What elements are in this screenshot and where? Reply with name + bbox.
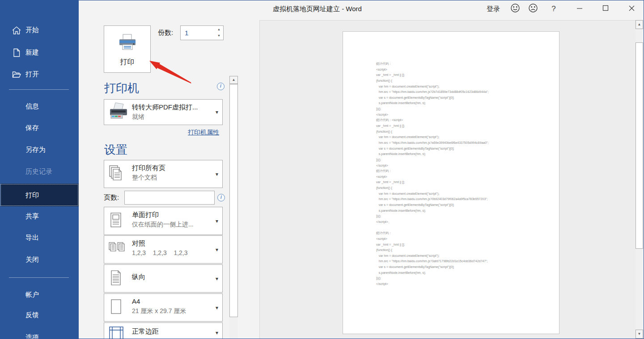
margins-dropdown[interactable]: 正常边距 ▾ [104, 322, 223, 339]
sidebar-item-save-as[interactable]: 另存为 [0, 142, 79, 158]
scrollbar-thumb[interactable] [636, 42, 643, 249]
close-button[interactable] [624, 3, 639, 15]
page-code: 统计代码：<script>var _hmt = _hmt || [];(func… [376, 61, 489, 287]
code-line: var s = document.getElementsByTagName("s… [376, 146, 489, 152]
code-line: <script> [376, 236, 489, 242]
collated-icon [108, 241, 126, 259]
scroll-down-button[interactable]: ▼ [636, 330, 643, 339]
code-line: var s = document.getElementsByTagName("s… [376, 202, 489, 208]
spin-up-button[interactable]: ▲ [215, 26, 223, 33]
dropdown-title: 纵向 [132, 273, 145, 281]
code-line: </script> [376, 163, 489, 169]
code-line: })(); [376, 106, 489, 112]
code-line: (function() { [376, 78, 489, 84]
dropdown-subtitle: 仅在纸面的一侧上进... [132, 221, 194, 229]
code-line: var s = document.getElementsByTagName("s… [376, 264, 489, 270]
printer-info-icon[interactable]: i [217, 83, 225, 90]
scroll-up-button[interactable]: ▲ [636, 20, 643, 29]
scrollbar-thumb[interactable] [229, 84, 238, 317]
maximize-icon [602, 5, 609, 13]
pages-label: 页数: [104, 193, 119, 202]
code-line: })(); [376, 213, 489, 219]
sidebar-item-history: 历史记录 [0, 163, 79, 180]
frowny-icon [528, 3, 538, 15]
printer-properties-link[interactable]: 打印机属性 [188, 129, 219, 137]
sidebar-item-account[interactable]: 帐户 [0, 287, 79, 303]
sidebar-item-label: 打开 [25, 66, 39, 82]
sidebar-item-home[interactable]: 开始 [0, 22, 79, 38]
sidebar-item-label: 另存为 [25, 142, 46, 158]
printer-status: 就绪 [132, 113, 144, 121]
paper-size-dropdown[interactable]: A4 21 厘米 x 29.7 厘米 ▾ [104, 293, 223, 322]
code-line: 统计代码： [376, 61, 489, 67]
orientation-dropdown[interactable]: 纵向 ▾ [104, 264, 223, 293]
print-button[interactable]: 打印 [104, 25, 151, 73]
sidebar-item-export[interactable]: 导出 [0, 230, 79, 246]
collation-dropdown[interactable]: 对照 1,2,3 1,2,3 1,2,3 ▾ [104, 235, 223, 264]
sidebar-item-options[interactable]: 选项 [0, 329, 79, 339]
sidebar-item-print[interactable]: 打印 [0, 184, 79, 206]
smiley-feedback-button[interactable] [508, 3, 522, 15]
sidebar-divider [9, 89, 69, 90]
code-line: 统计代码： [376, 230, 489, 236]
sidebar-item-label: 历史记录 [25, 163, 52, 180]
code-line: var _hmt = _hmt || []; [376, 180, 489, 185]
spin-down-button[interactable]: ▼ [215, 33, 223, 39]
code-line: })(); [376, 157, 489, 163]
frowny-feedback-button[interactable] [526, 3, 540, 15]
chevron-down-icon: ▾ [216, 171, 218, 177]
code-line: s.parentNode.insertBefore(hm, s); [376, 100, 489, 106]
sign-in-button[interactable]: 登录 [487, 5, 500, 13]
chevron-up-icon: ▲ [217, 28, 220, 31]
code-line: (function() { [376, 185, 489, 191]
open-folder-icon [12, 69, 21, 79]
sidebar-item-share[interactable]: 共享 [0, 208, 79, 224]
copies-label: 份数: [158, 29, 173, 37]
help-button[interactable]: ? [547, 3, 561, 15]
printer-select[interactable]: 转转大师PDF虚拟打... 就绪 ▾ [104, 99, 223, 125]
copies-input[interactable] [181, 26, 217, 40]
sidebar-item-close[interactable]: 关闭 [0, 251, 79, 268]
code-line: <script> [376, 174, 489, 180]
sidebar-divider [9, 277, 69, 278]
sidebar-item-label: 选项 [25, 329, 39, 339]
sidebar-item-label: 打印 [25, 184, 39, 206]
chevron-down-icon: ▾ [216, 109, 218, 115]
code-line: hm.src = "https://hm.baidu.com/hm.js?a59… [376, 140, 489, 146]
settings-scrollbar: ▲ [229, 76, 238, 339]
smiley-icon [510, 3, 521, 15]
code-line: var hm = document.createElement("script"… [376, 84, 489, 90]
help-icon: ? [551, 4, 555, 13]
code-line: 统计代码： [376, 168, 489, 174]
code-line: s.parentNode.insertBefore(hm, s); [376, 208, 489, 214]
sidebar-item-open[interactable]: 打开 [0, 66, 79, 82]
margins-icon [108, 325, 124, 339]
code-line: hm.src = "https://hm.baidu.com/hm.js?2b7… [376, 89, 489, 95]
scroll-up-button[interactable]: ▲ [229, 76, 238, 84]
pages-info-icon[interactable]: i [217, 194, 225, 201]
scroll-up-icon: ▲ [638, 22, 641, 26]
print-button-label: 打印 [104, 58, 150, 67]
dropdown-title: 单面打印 [132, 211, 159, 219]
sidebar-item-info[interactable]: 信息 [0, 98, 79, 114]
pages-input[interactable] [124, 191, 215, 205]
dropdown-subtitle: 21 厘米 x 29.7 厘米 [132, 307, 186, 315]
settings-section-heading: 设置 [104, 142, 127, 158]
chevron-down-icon: ▼ [217, 34, 220, 37]
chevron-down-icon: ▾ [216, 330, 218, 336]
maximize-button[interactable] [598, 3, 613, 15]
sidebar-item-save[interactable]: 保存 [0, 120, 79, 136]
copies-stepper: ▲ ▼ [180, 25, 224, 40]
sidebar-item-label: 共享 [25, 208, 39, 224]
code-line: (function() { [376, 247, 489, 253]
window-title: 虚拟机落地页网址建立 - Word [273, 5, 362, 13]
printer-section-heading: 打印机 [104, 80, 139, 96]
minimize-button[interactable] [572, 3, 587, 15]
portrait-icon [108, 269, 123, 288]
sidebar-item-new[interactable]: 新建 [0, 44, 79, 60]
print-range-dropdown[interactable]: 打印所有页 整个文档 ▾ [104, 160, 223, 188]
sides-dropdown[interactable]: 单面打印 仅在纸面的一侧上进... ▾ [104, 207, 223, 235]
code-line: var _hmt = _hmt || []; [376, 123, 489, 129]
sidebar-item-feedback[interactable]: 反馈 [0, 307, 79, 323]
code-line: var hm = document.createElement("script"… [376, 253, 489, 259]
